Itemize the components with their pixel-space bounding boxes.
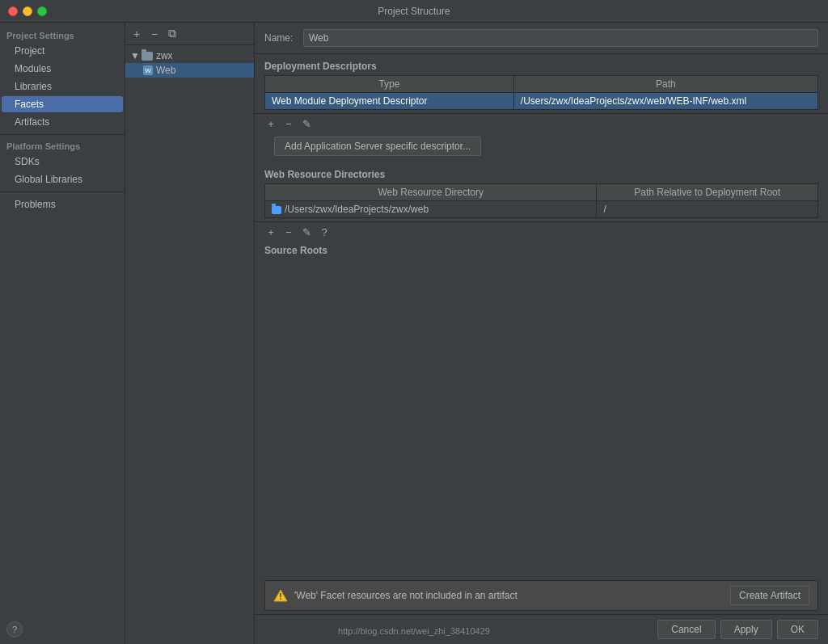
tree-copy-button[interactable]: ⧉ [166, 27, 179, 40]
platform-settings-label: Platform Settings [0, 138, 125, 153]
sidebar-item-global-libraries[interactable]: Global Libraries [2, 171, 123, 187]
bottom-toolbar: Cancel Apply OK [255, 614, 828, 644]
wrd-col-dir-header: Web Resource Directory [265, 184, 597, 201]
tree-label-zwx: zwx [156, 50, 173, 61]
tree-arrow-zwx: ▼ [130, 50, 140, 61]
cancel-button[interactable]: Cancel [657, 620, 715, 639]
web-resource-table: Web Resource Directory Path Relative to … [264, 183, 818, 218]
name-input[interactable] [303, 29, 818, 47]
tree-toolbar: + − ⧉ [125, 23, 254, 45]
dd-edit-button[interactable]: ✎ [300, 117, 313, 130]
col-type-header: Type [265, 76, 514, 93]
minimize-button[interactable] [23, 6, 32, 16]
apply-button[interactable]: Apply [720, 620, 772, 639]
deployment-row-0[interactable]: Web Module Deployment Descriptor /Users/… [265, 93, 818, 110]
deployment-table-wrapper: Type Path Web Module Deployment Descript… [264, 75, 818, 110]
deployment-table-toolbar: + − ✎ [255, 113, 828, 133]
tree-item-web[interactable]: W Web [125, 63, 254, 78]
add-server-button[interactable]: Add Application Server specific descript… [274, 137, 481, 156]
main-layout: Project Settings Project Modules Librari… [0, 23, 828, 644]
sidebar-item-artifacts[interactable]: Artifacts [2, 114, 123, 130]
wrd-help-button[interactable]: ? [318, 225, 331, 238]
sidebar-item-facets[interactable]: Facets [2, 96, 123, 112]
window-controls [8, 6, 47, 16]
main-content: Name: Deployment Descriptors Type Path W… [255, 23, 828, 644]
help-button[interactable]: ? [6, 621, 23, 638]
source-roots-section: Source Roots [255, 242, 828, 259]
sidebar-divider-2 [0, 192, 125, 192]
name-row: Name: [255, 23, 828, 54]
ok-button[interactable]: OK [777, 620, 818, 639]
wrd-row-0[interactable]: /Users/zwx/IdeaProjects/zwx/web / [265, 201, 818, 218]
dd-remove-button[interactable]: − [282, 117, 295, 130]
maximize-button[interactable] [37, 6, 47, 16]
dd-add-button[interactable]: + [264, 117, 277, 130]
wrd-cell-path-0: / [597, 201, 818, 218]
tree-label-web: Web [156, 65, 175, 76]
web-resource-title: Web Resource Directories [264, 169, 818, 180]
project-settings-label: Project Settings [0, 27, 125, 42]
wrd-remove-button[interactable]: − [282, 225, 295, 238]
warning-text: 'Web' Facet resources are not included i… [294, 590, 724, 601]
sidebar-item-libraries[interactable]: Libraries [2, 78, 123, 95]
create-artifact-button[interactable]: Create Artifact [730, 586, 809, 605]
module-icon-web: W [143, 65, 153, 75]
web-resource-section: Web Resource Directories Web Resource Di… [255, 162, 828, 221]
help-container: ? [6, 621, 23, 638]
deployment-table: Type Path Web Module Deployment Descript… [264, 75, 818, 110]
tree-panel: + − ⧉ ▼ zwx W Web [125, 23, 255, 644]
sidebar: Project Settings Project Modules Librari… [0, 23, 125, 644]
deployment-cell-path-0: /Users/zwx/IdeaProjects/zwx/web/WEB-INF/… [513, 93, 817, 110]
source-roots-title: Source Roots [264, 245, 818, 256]
sidebar-item-project[interactable]: Project [2, 43, 123, 59]
window-title: Project Structure [378, 6, 450, 17]
name-label: Name: [264, 32, 297, 44]
sidebar-item-problems[interactable]: Problems [2, 196, 123, 213]
tree-item-zwx[interactable]: ▼ zwx [125, 48, 254, 63]
folder-icon-zwx [142, 52, 153, 61]
deployment-descriptors-title: Deployment Descriptors [264, 61, 818, 72]
sidebar-item-modules[interactable]: Modules [2, 61, 123, 77]
wrd-cell-dir-0: /Users/zwx/IdeaProjects/zwx/web [265, 201, 597, 218]
wrd-add-button[interactable]: + [264, 225, 277, 238]
sidebar-divider [0, 134, 125, 135]
close-button[interactable] [8, 6, 18, 16]
tree-remove-button[interactable]: − [148, 27, 161, 40]
svg-text:!: ! [279, 592, 281, 601]
sidebar-item-sdks[interactable]: SDKs [2, 154, 123, 170]
warning-icon: ! [273, 589, 288, 602]
spacer [255, 259, 828, 577]
warning-bar: ! 'Web' Facet resources are not included… [264, 580, 818, 611]
wrd-table-toolbar: + − ✎ ? [255, 221, 828, 242]
deployment-descriptors-section: Deployment Descriptors Type Path Web Mod… [255, 54, 828, 113]
col-path-header: Path [513, 76, 817, 93]
tree-add-button[interactable]: + [130, 27, 143, 40]
wrd-edit-button[interactable]: ✎ [300, 225, 313, 238]
deployment-cell-type-0: Web Module Deployment Descriptor [265, 93, 514, 110]
tree-content: ▼ zwx W Web [125, 45, 254, 644]
add-server-container: Add Application Server specific descript… [255, 133, 828, 162]
title-bar: Project Structure [0, 0, 828, 23]
wrd-col-path-header: Path Relative to Deployment Root [597, 184, 818, 201]
folder-blue-icon [272, 206, 281, 214]
